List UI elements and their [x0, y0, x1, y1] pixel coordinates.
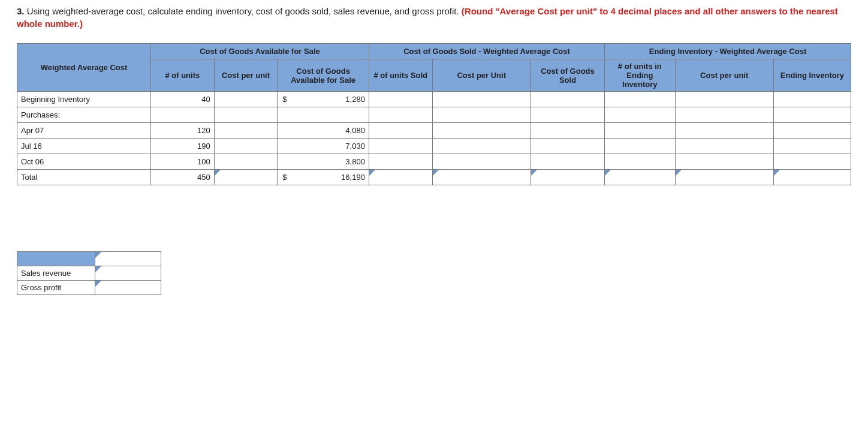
cell-cogas[interactable]: $16,190: [278, 170, 369, 185]
weighted-average-table: Weighted Average Cost Cost of Goods Avai…: [17, 43, 851, 185]
header-rowhead: Weighted Average Cost: [17, 44, 151, 92]
header-cogas: Cost of Goods Available for Sale: [278, 59, 369, 92]
summary-sales-label: Sales revenue: [17, 266, 95, 281]
summary-table: Sales revenue Gross profit: [17, 251, 161, 295]
cell-cpu[interactable]: [214, 170, 278, 185]
cell-units-end[interactable]: [605, 92, 675, 107]
row-oct06: Oct 06 100 3,800: [17, 154, 851, 170]
cell-ending[interactable]: [773, 170, 851, 185]
cell-units[interactable]: 120: [151, 123, 215, 139]
cell-label: Apr 07: [17, 123, 151, 139]
cell-units[interactable]: 40: [151, 92, 215, 107]
row-purchases: Purchases:: [17, 107, 851, 123]
cell-cogs[interactable]: [531, 170, 604, 185]
summary-header-blank: [17, 252, 95, 266]
cell-ending[interactable]: [773, 92, 851, 107]
row-beginning: Beginning Inventory 40 $1,280: [17, 92, 851, 107]
summary-gross-value[interactable]: [95, 281, 161, 295]
cell-units[interactable]: 100: [151, 154, 215, 170]
header-group-3: Ending Inventory - Weighted Average Cost: [605, 44, 851, 59]
summary-entry-top[interactable]: [95, 252, 161, 266]
cell-units-end[interactable]: [605, 170, 675, 185]
cell-cpu-sold[interactable]: [432, 170, 531, 185]
row-jul16: Jul 16 190 7,030: [17, 139, 851, 154]
cell-cpu[interactable]: [214, 92, 278, 107]
header-cost-per-unit: Cost per unit: [214, 59, 278, 92]
cell-units-sold[interactable]: [369, 92, 432, 107]
header-ending-inv: Ending Inventory: [773, 59, 851, 92]
cell-cpu-end[interactable]: [675, 170, 773, 185]
cell-cogas[interactable]: 7,030: [278, 139, 369, 154]
row-apr07: Apr 07 120 4,080: [17, 123, 851, 139]
cell-label: Jul 16: [17, 139, 151, 154]
cell-label: Total: [17, 170, 151, 185]
question-body: Using weighted-average cost, calculate e…: [25, 6, 462, 16]
cell-cpu-sold[interactable]: [432, 92, 531, 107]
cell-cogas[interactable]: $1,280: [278, 92, 369, 107]
cell-cogs[interactable]: [531, 92, 604, 107]
header-group-1: Cost of Goods Available for Sale: [151, 44, 369, 59]
cell-cogas[interactable]: 3,800: [278, 154, 369, 170]
header-units: # of units: [151, 59, 215, 92]
cell-units[interactable]: 450: [151, 170, 215, 185]
cell-label: Purchases:: [17, 107, 151, 123]
header-cost-per-unit-3: Cost per unit: [675, 59, 773, 92]
cell-label: Beginning Inventory: [17, 92, 151, 107]
summary-gross-label: Gross profit: [17, 281, 95, 295]
header-units-ending: # of units in Ending Inventory: [605, 59, 675, 92]
cell-label: Oct 06: [17, 154, 151, 170]
summary-sales-value[interactable]: [95, 266, 161, 281]
row-total: Total 450 $16,190: [17, 170, 851, 185]
cell-cpu-end[interactable]: [675, 92, 773, 107]
header-cost-per-unit-2: Cost per Unit: [432, 59, 531, 92]
question-number: 3.: [17, 6, 25, 16]
cell-units-sold[interactable]: [369, 170, 432, 185]
cell-units[interactable]: 190: [151, 139, 215, 154]
header-units-sold: # of units Sold: [369, 59, 432, 92]
question-text: 3. Using weighted-average cost, calculat…: [17, 5, 851, 30]
header-cogs: Cost of Goods Sold: [531, 59, 604, 92]
header-group-2: Cost of Goods Sold - Weighted Average Co…: [369, 44, 604, 59]
cell-cogas[interactable]: 4,080: [278, 123, 369, 139]
